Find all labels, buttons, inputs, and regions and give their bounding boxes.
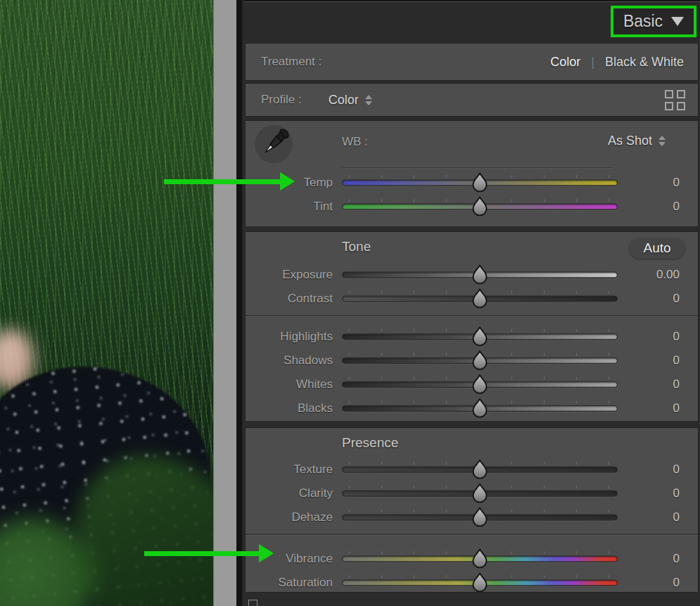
vibrance-annotation-arrow xyxy=(144,551,260,556)
exposure-slider-handle[interactable] xyxy=(472,264,488,284)
treatment-label: Treatment : xyxy=(261,55,322,69)
texture-slider-handle[interactable] xyxy=(472,459,488,479)
tone-header-row: Tone Auto xyxy=(246,232,698,263)
photo-foreground-grass xyxy=(76,456,213,606)
whites-slider[interactable] xyxy=(342,373,618,397)
highlights-value[interactable]: 0 xyxy=(618,330,698,344)
blacks-slider-handle[interactable] xyxy=(472,398,488,418)
temp-value[interactable]: 0 xyxy=(618,176,698,190)
clarity-value[interactable]: 0 xyxy=(618,486,698,501)
temp-annotation-arrow xyxy=(164,179,281,184)
texture-slider-label[interactable]: Texture xyxy=(246,463,333,477)
shadows-slider[interactable] xyxy=(342,349,618,373)
vibrance-slider-row: Vibrance 0 xyxy=(246,547,698,571)
whites-slider-handle[interactable] xyxy=(472,374,488,394)
tone-section: Tone Auto Exposure 0.00 Contrast 0 xyxy=(245,231,699,422)
highlights-slider-label[interactable]: Highlights xyxy=(246,330,333,344)
contrast-slider[interactable] xyxy=(342,287,618,311)
highlights-slider[interactable] xyxy=(342,325,618,349)
tint-slider-handle[interactable] xyxy=(472,196,488,216)
tint-slider-row: Tint 0 xyxy=(246,195,698,219)
blacks-slider-label[interactable]: Blacks xyxy=(246,401,333,415)
profile-section: Profile : Color xyxy=(245,83,699,117)
triangle-down-icon[interactable] xyxy=(671,17,684,26)
exposure-value[interactable]: 0.00 xyxy=(618,268,698,282)
tint-value[interactable]: 0 xyxy=(618,200,698,214)
workspace-gutter xyxy=(213,0,236,606)
clarity-slider-handle[interactable] xyxy=(472,483,488,503)
treatment-separator: | xyxy=(591,55,594,70)
next-panel-checkbox[interactable] xyxy=(248,600,257,606)
shadows-value[interactable]: 0 xyxy=(618,354,698,368)
contrast-value[interactable]: 0 xyxy=(618,292,698,306)
vibrance-slider[interactable] xyxy=(342,547,618,571)
up-down-arrows-icon[interactable] xyxy=(365,95,372,105)
wb-label: WB : xyxy=(342,135,368,149)
wb-value[interactable]: As Shot xyxy=(608,134,652,148)
profile-value[interactable]: Color xyxy=(329,93,359,108)
texture-value[interactable]: 0 xyxy=(618,463,698,477)
profile-label: Profile : xyxy=(261,93,302,107)
wb-row: WB : As Shot xyxy=(246,121,698,167)
vibrance-slider-handle[interactable] xyxy=(472,548,488,568)
shadows-slider-row: Shadows 0 xyxy=(246,349,698,373)
temp-annotation-arrowhead xyxy=(280,172,295,191)
shadows-slider-handle[interactable] xyxy=(472,350,488,370)
contrast-slider-label[interactable]: Contrast xyxy=(246,292,333,306)
panel-edge xyxy=(236,0,243,606)
shadows-slider-label[interactable]: Shadows xyxy=(246,354,333,368)
vibrance-value[interactable]: 0 xyxy=(618,552,698,566)
eyedropper-icon[interactable] xyxy=(253,123,295,165)
dehaze-value[interactable]: 0 xyxy=(618,510,698,524)
clarity-slider-label[interactable]: Clarity xyxy=(246,486,333,501)
saturation-slider-label[interactable]: Saturation xyxy=(246,576,333,590)
up-down-arrows-icon[interactable] xyxy=(658,136,666,146)
photo-preview xyxy=(0,0,213,606)
blacks-slider-row: Blacks 0 xyxy=(246,397,698,420)
temp-slider-handle[interactable] xyxy=(472,172,488,192)
clarity-slider-row: Clarity 0 xyxy=(246,482,698,505)
dehaze-slider-row: Dehaze 0 xyxy=(246,505,698,529)
basic-highlight-box: Basic xyxy=(611,6,696,37)
tint-slider[interactable] xyxy=(342,195,618,219)
presence-section: Presence Texture 0 Clarity 0 xyxy=(245,427,699,593)
tone-header: Tone xyxy=(342,239,371,254)
basic-panel-header[interactable]: Basic xyxy=(243,2,700,40)
basic-panel: Basic Treatment : Color | Black & White … xyxy=(243,0,700,606)
saturation-slider[interactable] xyxy=(342,571,618,595)
profile-browser-grid-icon[interactable] xyxy=(665,90,685,110)
temp-slider[interactable] xyxy=(342,171,618,195)
presence-header-row: Presence xyxy=(246,428,698,458)
blacks-value[interactable]: 0 xyxy=(618,401,698,415)
wb-dropdown[interactable]: As Shot xyxy=(608,134,666,148)
texture-slider-row: Texture 0 xyxy=(246,458,698,482)
blacks-slider[interactable] xyxy=(342,397,618,420)
tint-slider-label[interactable]: Tint xyxy=(246,200,333,214)
treatment-section: Treatment : Color | Black & White xyxy=(245,43,699,81)
dehaze-slider-handle[interactable] xyxy=(472,507,488,527)
white-balance-section: WB : As Shot Temp 0 Tint xyxy=(245,120,699,227)
dehaze-slider-label[interactable]: Dehaze xyxy=(246,510,333,524)
highlights-slider-row: Highlights 0 xyxy=(246,325,698,349)
treatment-bw-option[interactable]: Black & White xyxy=(605,55,684,70)
highlights-slider-handle[interactable] xyxy=(472,326,488,346)
lightroom-develop-screenshot: Basic Treatment : Color | Black & White … xyxy=(0,0,700,606)
saturation-value[interactable]: 0 xyxy=(618,576,698,590)
treatment-color-option[interactable]: Color xyxy=(550,55,580,70)
auto-button[interactable]: Auto xyxy=(629,237,685,259)
saturation-slider-handle[interactable] xyxy=(472,572,488,592)
temp-slider-row: Temp 0 xyxy=(246,171,698,195)
texture-slider[interactable] xyxy=(342,458,618,482)
whites-slider-label[interactable]: Whites xyxy=(246,378,333,392)
panel-title[interactable]: Basic xyxy=(623,12,663,31)
whites-slider-row: Whites 0 xyxy=(246,373,698,397)
presence-header: Presence xyxy=(342,435,398,451)
dehaze-slider[interactable] xyxy=(342,505,618,529)
whites-value[interactable]: 0 xyxy=(618,378,698,392)
clarity-slider[interactable] xyxy=(342,482,618,505)
contrast-slider-handle[interactable] xyxy=(472,288,488,308)
saturation-slider-row: Saturation 0 xyxy=(246,571,698,595)
exposure-slider-label[interactable]: Exposure xyxy=(246,268,333,282)
exposure-slider-row: Exposure 0.00 xyxy=(246,263,698,287)
exposure-slider[interactable] xyxy=(342,263,618,287)
